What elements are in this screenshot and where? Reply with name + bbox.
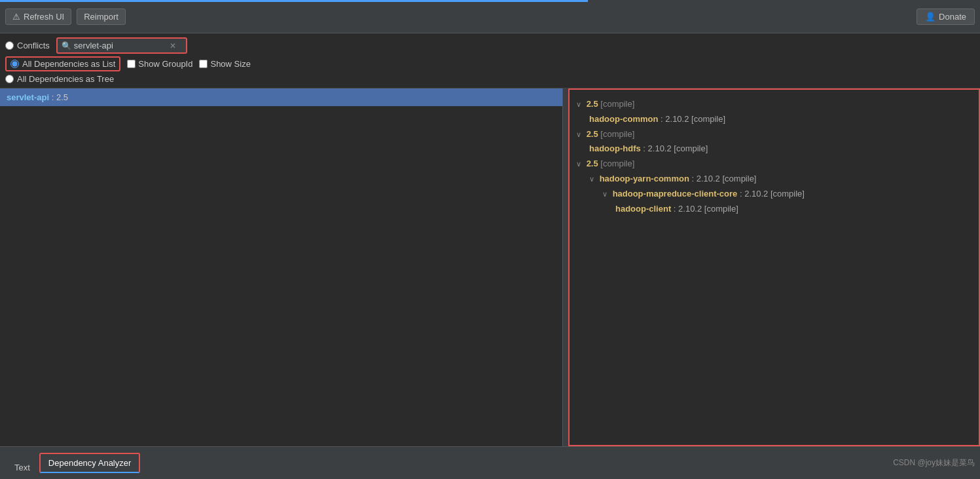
credit-text: CSDN @joy妹妹是菜鸟 <box>893 457 975 469</box>
warning-icon: ⚠ <box>12 12 20 22</box>
table-row[interactable]: servlet-api : 2.5 <box>0 88 562 106</box>
tree-node: ∨ 2.5 [compile] <box>576 98 972 111</box>
show-size-checkbox[interactable] <box>199 60 208 68</box>
search-icon: 🔍 <box>62 41 71 50</box>
body-split: servlet-api : 2.5 ∨ 2.5 [compile] hadoop… <box>0 88 980 446</box>
dep-name: servlet-api <box>7 92 49 102</box>
node-scope: [compile] <box>600 99 634 109</box>
dependency-list[interactable]: servlet-api : 2.5 <box>0 88 562 446</box>
show-groupid-checkbox[interactable] <box>127 60 136 68</box>
panel-header: Conflicts 🔍 ✕ All Dependencies as List S… <box>0 33 980 88</box>
left-panel: servlet-api : 2.5 <box>0 88 563 446</box>
node-scope: [compile] <box>600 159 634 168</box>
all-deps-list-radio[interactable] <box>10 60 19 68</box>
tree-node: ∨ 2.5 [compile] <box>576 157 972 171</box>
all-deps-tree-radio[interactable] <box>5 75 14 83</box>
show-groupid-label[interactable]: Show GroupId <box>127 59 192 69</box>
tree-node: hadoop-common : 2.10.2 [compile] <box>589 113 972 126</box>
tree-node: ∨ hadoop-yarn-common : 2.10.2 [compile] <box>589 172 972 186</box>
vertical-divider <box>563 88 568 446</box>
reimport-button[interactable]: Reimport <box>77 9 126 25</box>
conflicts-radio-label[interactable]: Conflicts <box>5 41 50 50</box>
chevron-icon: ∨ <box>576 160 581 168</box>
chevron-icon: ∨ <box>576 100 581 108</box>
tree-node: ∨ 2.5 [compile] <box>576 128 972 142</box>
header-row-3: All Dependencies as Tree <box>5 74 975 84</box>
dep-version: : 2.10.2 [compile] <box>691 174 756 183</box>
refresh-ui-button[interactable]: ⚠ Refresh UI <box>5 9 71 25</box>
dep-name: hadoop-client <box>615 204 671 214</box>
show-size-label[interactable]: Show Size <box>199 59 250 69</box>
header-row-1: Conflicts 🔍 ✕ <box>5 37 975 54</box>
tree-node: ∨ hadoop-mapreduce-client-core : 2.10.2 … <box>602 187 972 201</box>
refresh-ui-label: Refresh UI <box>24 12 64 22</box>
chevron-icon: ∨ <box>576 130 581 138</box>
node-scope: [compile] <box>600 129 634 139</box>
chevron-icon: ∨ <box>589 175 594 183</box>
tree-node: hadoop-hdfs : 2.10.2 [compile] <box>589 142 972 156</box>
conflict-tree: ∨ 2.5 [compile] hadoop-common : 2.10.2 [… <box>570 90 979 223</box>
conflict-tree-panel[interactable]: ∨ 2.5 [compile] hadoop-common : 2.10.2 [… <box>568 88 980 446</box>
all-deps-list-label: All Dependencies as List <box>22 59 115 69</box>
dep-version: : 2.10.2 [compile] <box>674 204 738 214</box>
dep-name: hadoop-yarn-common <box>600 174 689 183</box>
donate-label: Donate <box>939 12 966 22</box>
dep-version: : 2.5 <box>52 92 68 102</box>
node-version: 2.5 <box>587 99 598 109</box>
bottom-bar: Text Dependency Analyzer CSDN @joy妹妹是菜鸟 <box>0 446 980 479</box>
reimport-label: Reimport <box>84 12 118 22</box>
text-tab[interactable]: Text <box>5 457 39 479</box>
header-row-2: All Dependencies as List Show GroupId Sh… <box>5 56 975 71</box>
dep-name: hadoop-common <box>589 114 658 124</box>
progress-bar <box>0 0 588 2</box>
conflicts-label: Conflicts <box>17 41 50 50</box>
top-bar: ⚠ Refresh UI Reimport 👤 Donate <box>0 0 980 33</box>
all-deps-list-radio-label[interactable]: All Dependencies as List <box>5 56 120 71</box>
donate-button[interactable]: 👤 Donate <box>916 9 975 25</box>
conflicts-radio[interactable] <box>5 41 14 50</box>
dep-version: : 2.10.2 [compile] <box>740 189 805 199</box>
search-input[interactable] <box>74 41 166 50</box>
node-version: 2.5 <box>587 129 598 139</box>
dep-name: hadoop-mapreduce-client-core <box>613 189 738 199</box>
main-content: Conflicts 🔍 ✕ All Dependencies as List S… <box>0 33 980 446</box>
clear-search-button[interactable]: ✕ <box>168 41 177 50</box>
dependency-analyzer-tab[interactable]: Dependency Analyzer <box>39 453 140 473</box>
dep-version: : 2.10.2 [compile] <box>661 114 725 124</box>
dep-name: hadoop-hdfs <box>589 144 641 153</box>
node-version: 2.5 <box>587 159 598 168</box>
tree-node: hadoop-client : 2.10.2 [compile] <box>615 202 972 216</box>
all-deps-tree-label: All Dependencies as Tree <box>17 74 114 84</box>
donate-icon: 👤 <box>925 12 935 22</box>
dep-version: : 2.10.2 [compile] <box>643 144 708 153</box>
search-box: 🔍 ✕ <box>56 37 187 54</box>
all-deps-tree-radio-label[interactable]: All Dependencies as Tree <box>5 74 114 84</box>
chevron-icon: ∨ <box>602 190 608 198</box>
